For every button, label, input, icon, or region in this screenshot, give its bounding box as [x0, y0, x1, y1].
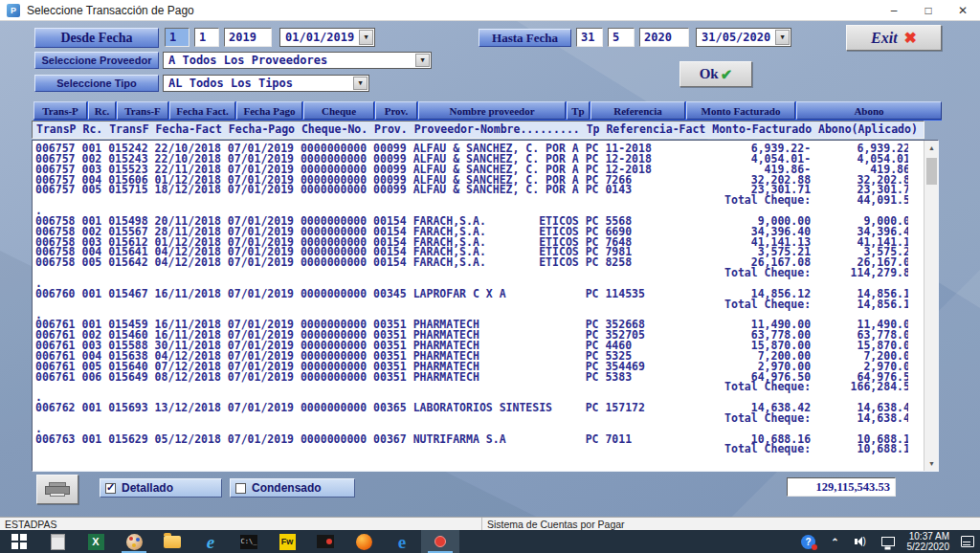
vertical-scrollbar[interactable]: ▲ ▼: [924, 141, 938, 471]
form-client-area: Desde Fecha 1 1 2019 01/01/2019 ▼ Hasta …: [0, 21, 980, 517]
chevron-down-icon[interactable]: ▼: [359, 30, 373, 45]
help-tray-button[interactable]: ?: [794, 530, 823, 553]
taskbar-item-command-prompt[interactable]: C:\_: [230, 530, 268, 553]
col-btn-monto-facturado[interactable]: Monto Facturado: [686, 101, 795, 120]
window-title: Seleccione Transacción de Pago: [27, 4, 194, 17]
col-btn-referencia[interactable]: Referencia: [590, 101, 685, 120]
chevron-down-icon[interactable]: ▼: [775, 30, 790, 45]
checkbox-icon[interactable]: [105, 483, 116, 494]
notes-icon: [51, 534, 65, 550]
taskbar-item-edge[interactable]: e: [383, 530, 421, 553]
taskbar-item-recorder[interactable]: [306, 530, 345, 553]
print-button[interactable]: [36, 475, 78, 504]
clock-time: 10:37 AM: [907, 531, 950, 542]
hasta-fecha-button[interactable]: Hasta Fecha: [479, 29, 571, 47]
speaker-icon: ): [855, 536, 868, 547]
firefox-icon: [356, 534, 372, 550]
desde-day-field[interactable]: 1: [165, 28, 189, 47]
chevron-up-icon: ⌃: [831, 537, 838, 547]
taskbar-item-excel[interactable]: X: [77, 530, 115, 553]
title-bar: P Seleccione Transacción de Pago – □ ✕: [0, 0, 980, 21]
ok-check-icon: ✔: [721, 66, 733, 83]
exit-button[interactable]: Exit ✖: [846, 25, 942, 51]
taskbar-item-internet-explorer[interactable]: e: [191, 530, 230, 553]
tipo-dropdown[interactable]: AL Todos Los Tipos ▼: [163, 75, 369, 92]
desde-fecha-button[interactable]: Desde Fecha: [34, 28, 159, 48]
clock[interactable]: 10:37 AM 5/22/2020: [902, 530, 956, 553]
hasta-month-field[interactable]: 5: [608, 28, 635, 47]
hasta-fecha-dropdown[interactable]: 31/05/2020 ▼: [696, 28, 791, 47]
edge-icon: e: [398, 533, 406, 551]
grand-total-field: 129,115,543.53: [787, 477, 896, 497]
col-btn-trans-p[interactable]: Trans-P: [33, 101, 87, 120]
transactions-grid[interactable]: 006757 001 015242 22/10/2018 07/01/2019 …: [32, 140, 939, 472]
recorder-icon: [317, 535, 334, 548]
detallado-checkbox[interactable]: Detallado: [100, 478, 222, 498]
grid-subheader: TransP Rc. TransF Fecha-Fact Fecha-Pago …: [32, 121, 924, 139]
proveedor-dropdown[interactable]: A Todos Los Proveedores ▼: [163, 52, 432, 69]
taskbar-item-firefox[interactable]: [345, 530, 383, 553]
volume-button[interactable]: ): [848, 530, 875, 553]
action-center-button[interactable]: [955, 530, 980, 553]
network-icon: [881, 537, 895, 546]
taskbar-item-fireworks[interactable]: Fw: [268, 530, 306, 553]
fireworks-icon: Fw: [279, 534, 296, 550]
col-btn-fecha-pago[interactable]: Fecha Pago: [236, 101, 302, 120]
taskbar-item-notes[interactable]: [38, 530, 77, 553]
ok-button[interactable]: Ok ✔: [679, 61, 752, 87]
maximize-icon[interactable]: □: [911, 0, 946, 21]
hasta-year-field[interactable]: 2020: [639, 28, 689, 47]
col-btn-tp[interactable]: Tp: [567, 101, 590, 120]
desde-month-field[interactable]: 1: [194, 28, 219, 47]
hasta-day-field[interactable]: 31: [576, 28, 603, 47]
scrollbar-thumb[interactable]: [926, 158, 937, 185]
paint-palette-icon: [126, 534, 143, 550]
app-icon: P: [7, 4, 20, 17]
taskbar-item-paint[interactable]: [115, 530, 153, 553]
minimize-icon[interactable]: –: [877, 0, 911, 21]
network-button[interactable]: [875, 530, 902, 553]
folder-icon: [164, 536, 181, 548]
col-btn-cheque[interactable]: Cheque: [303, 101, 374, 120]
windows-logo-icon: [11, 534, 27, 549]
start-button[interactable]: [0, 530, 38, 553]
record-dot-icon: [434, 536, 446, 547]
taskbar-item-file-explorer[interactable]: [153, 530, 191, 553]
seleccione-proveedor-button[interactable]: Seleccione Proveedor: [34, 52, 159, 69]
seleccione-tipo-button[interactable]: Seleccione Tipo: [34, 75, 159, 92]
taskbar-item-capture-active[interactable]: [421, 530, 459, 553]
col-btn-trans-f[interactable]: Trans-F: [117, 101, 168, 120]
close-icon[interactable]: ✕: [946, 0, 980, 21]
col-btn-prov[interactable]: Prov.: [375, 101, 417, 120]
desde-year-field[interactable]: 2019: [224, 28, 272, 47]
tray-overflow-button[interactable]: ⌃: [823, 530, 848, 553]
desde-fecha-dropdown[interactable]: 01/01/2019 ▼: [279, 28, 375, 47]
scroll-up-icon[interactable]: ▲: [924, 141, 939, 155]
status-left: ESTADPAS: [0, 518, 482, 530]
grid-rows[interactable]: 006757 001 015242 22/10/2018 07/01/2019 …: [35, 144, 908, 468]
chevron-down-icon[interactable]: ▼: [415, 54, 430, 67]
excel-icon: X: [88, 534, 104, 550]
checkbox-icon[interactable]: [235, 483, 246, 494]
internet-explorer-icon: e: [207, 533, 214, 551]
col-btn-fecha-fact[interactable]: Fecha Fact.: [169, 101, 235, 120]
exit-x-icon: ✖: [904, 29, 917, 47]
status-bar: ESTADPAS Sistema de Cuentas por Pagar: [0, 517, 980, 530]
command-prompt-icon: C:\_: [240, 535, 257, 549]
condensado-checkbox[interactable]: Condensado: [230, 478, 355, 498]
col-btn-nombre-proveedor[interactable]: Nombre proveedor: [418, 101, 566, 120]
clock-date: 5/22/2020: [907, 542, 950, 552]
status-center: Sistema de Cuentas por Pagar: [482, 518, 980, 530]
taskbar: X e C:\_ Fw e ? ⌃ ) 10:37 AM 5/22/2020: [0, 530, 980, 553]
scroll-down-icon[interactable]: ▼: [924, 456, 939, 471]
column-header-strip: Trans-P Rc. Trans-F Fecha Fact. Fecha Pa…: [33, 101, 942, 121]
col-btn-rc[interactable]: Rc.: [88, 101, 116, 120]
col-btn-abono[interactable]: Abono: [796, 101, 942, 120]
notification-icon: [961, 536, 974, 547]
app-window: P Seleccione Transacción de Pago – □ ✕ D…: [0, 0, 980, 553]
chevron-down-icon[interactable]: ▼: [353, 77, 368, 90]
help-icon: ?: [801, 535, 815, 549]
